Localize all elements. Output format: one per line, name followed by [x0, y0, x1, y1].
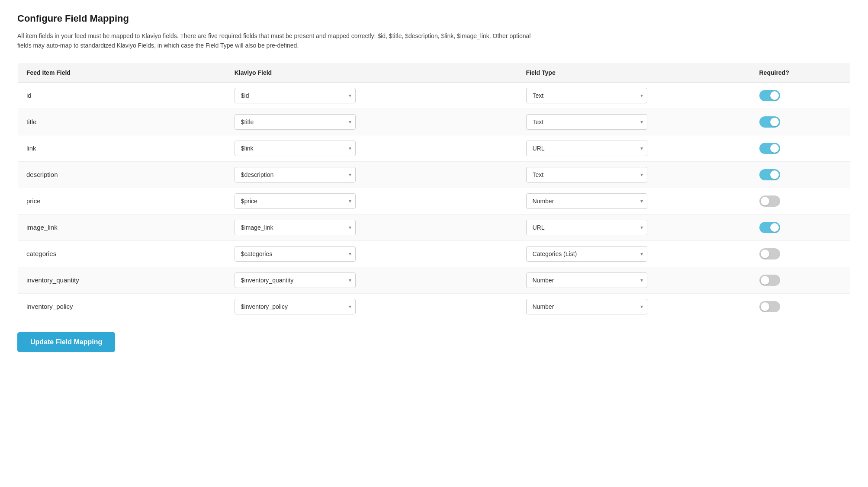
klaviyo-field-cell: $id$title$link$description$price$image_l… — [226, 267, 518, 293]
klaviyo-field-select[interactable]: $id$title$link$description$price$image_l… — [235, 167, 356, 183]
field-type-cell: TextURLNumberCategories (List)DateBoolea… — [518, 240, 751, 267]
col-header-klaviyo-field: Klaviyo Field — [226, 63, 518, 82]
klaviyo-field-select[interactable]: $id$title$link$description$price$image_l… — [235, 272, 356, 288]
klaviyo-field-cell: $id$title$link$description$price$image_l… — [226, 214, 518, 240]
required-toggle[interactable] — [759, 195, 780, 207]
required-cell — [751, 214, 851, 240]
page-description: All item fields in your feed must be map… — [17, 31, 537, 51]
col-header-feed-item-field: Feed Item Field — [18, 63, 226, 82]
required-toggle[interactable] — [759, 222, 780, 233]
feed-field-name: inventory_quantity — [18, 267, 226, 293]
table-row: title$id$title$link$description$price$im… — [18, 109, 851, 135]
feed-field-name: id — [18, 82, 226, 109]
klaviyo-field-cell: $id$title$link$description$price$image_l… — [226, 109, 518, 135]
field-type-select[interactable]: TextURLNumberCategories (List)DateBoolea… — [526, 272, 647, 288]
table-row: inventory_quantity$id$title$link$descrip… — [18, 267, 851, 293]
feed-field-name: link — [18, 135, 226, 161]
toggle-slider — [759, 301, 780, 312]
field-type-cell: TextURLNumberCategories (List)DateBoolea… — [518, 135, 751, 161]
col-header-required: Required? — [751, 63, 851, 82]
table-row: inventory_policy$id$title$link$descripti… — [18, 293, 851, 320]
table-row: categories$id$title$link$description$pri… — [18, 240, 851, 267]
field-type-select[interactable]: TextURLNumberCategories (List)DateBoolea… — [526, 193, 647, 209]
klaviyo-field-select[interactable]: $id$title$link$description$price$image_l… — [235, 299, 356, 314]
feed-field-name: title — [18, 109, 226, 135]
klaviyo-field-cell: $id$title$link$description$price$image_l… — [226, 135, 518, 161]
required-cell — [751, 82, 851, 109]
klaviyo-field-select[interactable]: $id$title$link$description$price$image_l… — [235, 246, 356, 262]
required-cell — [751, 240, 851, 267]
table-row: id$id$title$link$description$price$image… — [18, 82, 851, 109]
required-toggle[interactable] — [759, 116, 780, 128]
feed-field-name: categories — [18, 240, 226, 267]
required-toggle[interactable] — [759, 248, 780, 260]
required-toggle[interactable] — [759, 143, 780, 154]
klaviyo-field-cell: $id$title$link$description$price$image_l… — [226, 82, 518, 109]
klaviyo-field-select[interactable]: $id$title$link$description$price$image_l… — [235, 141, 356, 156]
table-row: image_link$id$title$link$description$pri… — [18, 214, 851, 240]
field-type-cell: TextURLNumberCategories (List)DateBoolea… — [518, 82, 751, 109]
field-type-select[interactable]: TextURLNumberCategories (List)DateBoolea… — [526, 246, 647, 262]
feed-field-name: price — [18, 188, 226, 214]
required-cell — [751, 135, 851, 161]
klaviyo-field-select[interactable]: $id$title$link$description$price$image_l… — [235, 220, 356, 235]
field-type-select[interactable]: TextURLNumberCategories (List)DateBoolea… — [526, 220, 647, 235]
toggle-slider — [759, 169, 780, 180]
feed-field-name: image_link — [18, 214, 226, 240]
field-type-cell: TextURLNumberCategories (List)DateBoolea… — [518, 267, 751, 293]
toggle-slider — [759, 275, 780, 286]
toggle-slider — [759, 143, 780, 154]
col-header-field-type: Field Type — [518, 63, 751, 82]
required-cell — [751, 188, 851, 214]
toggle-slider — [759, 195, 780, 207]
klaviyo-field-cell: $id$title$link$description$price$image_l… — [226, 240, 518, 267]
toggle-slider — [759, 116, 780, 128]
field-type-select[interactable]: TextURLNumberCategories (List)DateBoolea… — [526, 88, 647, 103]
klaviyo-field-select[interactable]: $id$title$link$description$price$image_l… — [235, 193, 356, 209]
table-row: price$id$title$link$description$price$im… — [18, 188, 851, 214]
table-row: link$id$title$link$description$price$ima… — [18, 135, 851, 161]
required-cell — [751, 267, 851, 293]
required-toggle[interactable] — [759, 301, 780, 312]
toggle-slider — [759, 248, 780, 260]
feed-field-name: inventory_policy — [18, 293, 226, 320]
update-field-mapping-button[interactable]: Update Field Mapping — [17, 332, 115, 352]
klaviyo-field-select[interactable]: $id$title$link$description$price$image_l… — [235, 88, 356, 103]
toggle-slider — [759, 90, 780, 101]
field-type-select[interactable]: TextURLNumberCategories (List)DateBoolea… — [526, 141, 647, 156]
klaviyo-field-cell: $id$title$link$description$price$image_l… — [226, 161, 518, 188]
required-toggle[interactable] — [759, 275, 780, 286]
feed-field-name: description — [18, 161, 226, 188]
required-toggle[interactable] — [759, 169, 780, 180]
page-title: Configure Field Mapping — [17, 13, 851, 24]
table-row: description$id$title$link$description$pr… — [18, 161, 851, 188]
required-toggle[interactable] — [759, 90, 780, 101]
required-cell — [751, 161, 851, 188]
toggle-slider — [759, 222, 780, 233]
field-type-cell: TextURLNumberCategories (List)DateBoolea… — [518, 293, 751, 320]
mapping-table: Feed Item Field Klaviyo Field Field Type… — [17, 63, 851, 320]
field-type-cell: TextURLNumberCategories (List)DateBoolea… — [518, 214, 751, 240]
required-cell — [751, 109, 851, 135]
field-type-cell: TextURLNumberCategories (List)DateBoolea… — [518, 109, 751, 135]
field-type-select[interactable]: TextURLNumberCategories (List)DateBoolea… — [526, 167, 647, 183]
field-type-cell: TextURLNumberCategories (List)DateBoolea… — [518, 161, 751, 188]
klaviyo-field-cell: $id$title$link$description$price$image_l… — [226, 293, 518, 320]
field-type-select[interactable]: TextURLNumberCategories (List)DateBoolea… — [526, 299, 647, 314]
field-type-cell: TextURLNumberCategories (List)DateBoolea… — [518, 188, 751, 214]
required-cell — [751, 293, 851, 320]
klaviyo-field-cell: $id$title$link$description$price$image_l… — [226, 188, 518, 214]
klaviyo-field-select[interactable]: $id$title$link$description$price$image_l… — [235, 114, 356, 130]
field-type-select[interactable]: TextURLNumberCategories (List)DateBoolea… — [526, 114, 647, 130]
